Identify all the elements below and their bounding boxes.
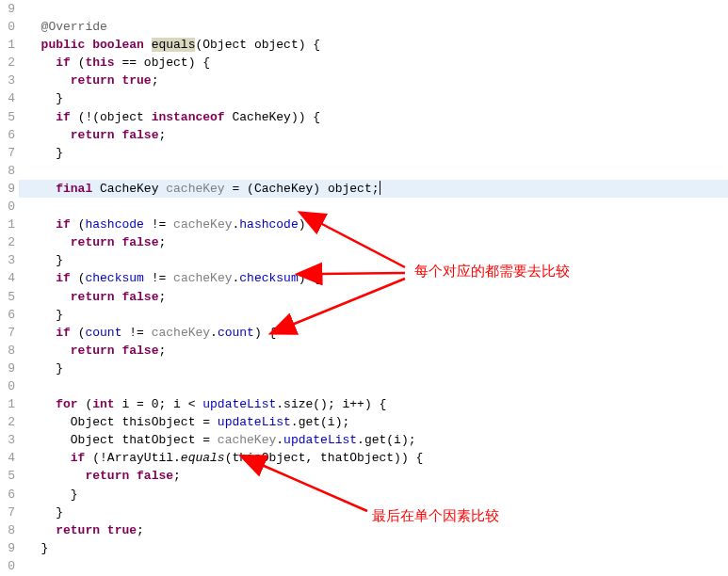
code-line: } — [19, 360, 728, 377]
variable: cacheKey — [218, 433, 276, 447]
line-number: 3 — [0, 251, 15, 269]
line-number: 6 — [0, 306, 15, 324]
line-number: 0 — [0, 377, 15, 395]
code-line: return false; — [19, 467, 728, 485]
line-number: 9 — [0, 180, 15, 198]
field: updateList — [218, 415, 291, 429]
line-number: 3 — [0, 72, 15, 89]
code-line: return true; — [19, 72, 728, 89]
keyword: return — [71, 290, 115, 304]
text-cursor — [380, 181, 380, 195]
code-text: (Object object) { — [195, 38, 320, 52]
brace: } — [56, 361, 63, 376]
code-line: } — [19, 251, 728, 269]
code-text: i = 0; i < — [115, 397, 203, 411]
brace: } — [56, 308, 63, 322]
code-line — [19, 198, 728, 216]
line-number: 4 — [0, 449, 15, 467]
literal: false — [121, 235, 158, 249]
code-line: public boolean equals(Object object) { — [19, 36, 728, 54]
field: updateList — [283, 433, 357, 447]
annotation-label-1: 每个对应的都需要去比较 — [414, 262, 570, 280]
line-number: 1 — [0, 216, 15, 233]
code-line: if (count != cacheKey.count) { — [19, 324, 728, 342]
brace: } — [71, 488, 78, 502]
code-line: if (checksum != cacheKey.checksum) { — [19, 269, 728, 287]
code-line — [19, 162, 728, 180]
line-number: 6 — [0, 126, 15, 144]
literal: false — [121, 128, 158, 142]
keyword: boolean — [92, 38, 144, 52]
method-name: equals — [152, 38, 196, 52]
code-line — [19, 377, 728, 395]
code-line: if (this == object) { — [19, 54, 728, 72]
field: hashcode — [239, 217, 298, 232]
line-number: 9 — [0, 539, 15, 557]
brace: } — [56, 253, 63, 267]
line-number: 2 — [0, 413, 15, 431]
line-number: 1 — [0, 36, 15, 54]
keyword: if — [56, 271, 71, 285]
keyword: for — [56, 397, 77, 411]
code-line-highlighted: final CacheKey cacheKey = (CacheKey) obj… — [19, 180, 728, 198]
keyword: if — [71, 451, 86, 465]
code-line: return false; — [19, 233, 728, 251]
annotation-label-2: 最后在单个因素比较 — [372, 506, 499, 524]
keyword: return — [56, 523, 100, 537]
code-line: } — [19, 306, 728, 324]
keyword: return — [71, 235, 115, 249]
brace: } — [56, 146, 63, 160]
method-call: equals — [181, 451, 225, 465]
line-number: 8 — [0, 162, 15, 180]
field: checksum — [85, 271, 143, 285]
line-number: 7 — [0, 144, 15, 162]
code-line: } — [19, 144, 728, 162]
code-text: CacheKey — [92, 182, 166, 196]
line-number-gutter: 9 0 1 2 3 4 5 6 7 8 9 0 1 2 3 4 5 6 7 8 … — [0, 0, 19, 575]
keyword: final — [56, 182, 92, 196]
code-text: == object) { — [115, 56, 210, 70]
code-line: } — [19, 539, 728, 557]
code-line: if (hashcode != cacheKey.hashcode) { — [19, 216, 728, 233]
annotation: @Override — [41, 20, 107, 34]
line-number: 9 — [0, 0, 15, 18]
variable: cacheKey — [173, 217, 232, 232]
field: checksum — [239, 271, 298, 285]
literal: false — [121, 290, 158, 304]
keyword: if — [56, 110, 71, 124]
dot: . — [276, 433, 283, 447]
field: hashcode — [85, 217, 143, 232]
line-number: 4 — [0, 89, 15, 107]
variable: cacheKey — [152, 326, 210, 340]
variable: cacheKey — [173, 271, 232, 285]
field: count — [218, 326, 254, 340]
keyword: if — [56, 326, 71, 340]
line-number: 3 — [0, 431, 15, 449]
code-line — [19, 0, 728, 18]
line-number: 0 — [0, 18, 15, 36]
literal: true — [121, 73, 151, 88]
line-number: 5 — [0, 467, 15, 485]
code-text: (!ArrayUtil. — [85, 451, 180, 465]
keyword: return — [85, 469, 129, 483]
code-text: (thisObject, thatObject)) { — [225, 451, 424, 465]
line-number: 5 — [0, 288, 15, 306]
code-text: Object thatObject = — [71, 433, 218, 447]
code-text: CacheKey)) { — [225, 110, 320, 124]
code-line: for (int i = 0; i < updateList.size(); i… — [19, 395, 728, 413]
code-line: @Override — [19, 18, 728, 36]
line-number: 7 — [0, 504, 15, 521]
code-text: ) { — [299, 217, 320, 232]
field: updateList — [202, 397, 276, 411]
code-text: Object thisObject = — [71, 415, 218, 429]
field: count — [85, 326, 121, 340]
line-number: 2 — [0, 233, 15, 251]
line-number: 1 — [0, 395, 15, 413]
brace: } — [56, 505, 63, 520]
code-line: } — [19, 486, 728, 504]
code-area[interactable]: @Override public boolean equals(Object o… — [19, 0, 728, 575]
line-number: 2 — [0, 54, 15, 72]
variable: cacheKey — [166, 182, 224, 196]
line-number: 4 — [0, 269, 15, 287]
line-number: 8 — [0, 521, 15, 539]
